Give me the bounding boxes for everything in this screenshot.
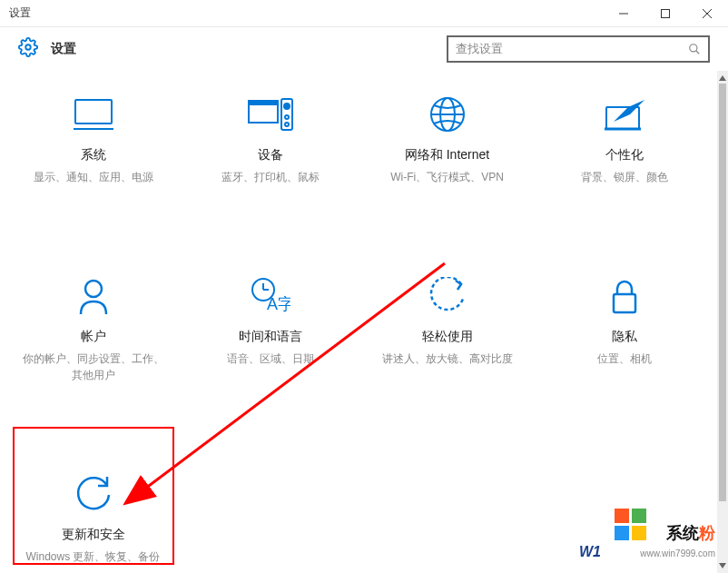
- ease-icon: [372, 274, 522, 318]
- svg-rect-1: [662, 9, 670, 17]
- tile-title: 更新和安全: [18, 527, 168, 543]
- watermark-partial: W1: [579, 544, 601, 560]
- tile-desc: 讲述人、放大镜、高对比度: [372, 351, 522, 367]
- tile-network[interactable]: 网络和 Internet Wi-Fi、飞行模式、VPN: [363, 89, 531, 189]
- system-icon: [18, 93, 168, 136]
- tile-devices[interactable]: 设备 蓝牙、打印机、鼠标: [186, 89, 354, 189]
- tile-desc: 显示、通知、应用、电源: [18, 169, 168, 185]
- svg-point-22: [85, 281, 102, 297]
- svg-line-6: [696, 51, 700, 54]
- tile-desc: 蓝牙、打印机、鼠标: [195, 169, 345, 185]
- tile-desc: 语音、区域、日期: [195, 351, 345, 367]
- header: 设置 查找设置: [0, 27, 728, 71]
- tile-privacy[interactable]: 隐私 位置、相机: [540, 271, 708, 387]
- tile-desc: 位置、相机: [549, 351, 699, 367]
- network-icon: [372, 93, 522, 136]
- svg-point-15: [285, 115, 289, 119]
- tile-system[interactable]: 系统 显示、通知、应用、电源: [9, 89, 177, 189]
- tile-desc: Wi-Fi、飞行模式、VPN: [372, 169, 522, 185]
- svg-rect-12: [249, 101, 278, 104]
- scrollbar[interactable]: [717, 71, 728, 573]
- search-input[interactable]: 查找设置: [447, 35, 710, 63]
- gear-icon: [18, 37, 38, 61]
- tile-desc: 背景、锁屏、颜色: [549, 169, 699, 185]
- scroll-thumb[interactable]: [719, 84, 726, 501]
- svg-rect-20: [606, 107, 639, 129]
- svg-point-14: [284, 104, 290, 109]
- tile-title: 系统: [18, 147, 168, 163]
- content-area: 系统 显示、通知、应用、电源 设备 蓝牙、打印机、鼠标: [0, 71, 717, 573]
- svg-point-5: [690, 44, 697, 52]
- tile-desc: 你的帐户、同步设置、工作、其他用户: [18, 351, 168, 383]
- tile-title: 网络和 Internet: [372, 147, 522, 163]
- svg-point-4: [25, 44, 31, 50]
- tile-title: 隐私: [549, 329, 699, 345]
- account-icon: [18, 274, 168, 318]
- svg-rect-27: [614, 294, 635, 312]
- window-controls: [603, 0, 728, 26]
- watermark-url: www.win7999.com: [640, 548, 715, 558]
- devices-icon: [195, 93, 345, 136]
- titlebar: 设置: [0, 0, 728, 27]
- page-title: 设置: [51, 41, 76, 57]
- tile-personalization[interactable]: 个性化 背景、锁屏、颜色: [540, 89, 708, 189]
- tile-time-language[interactable]: A字 时间和语言 语音、区域、日期: [186, 271, 354, 387]
- svg-marker-8: [719, 563, 726, 568]
- minimize-button[interactable]: [603, 0, 644, 26]
- settings-window: 设置 设置 查找设置: [0, 0, 728, 573]
- watermark-logo: [615, 509, 646, 540]
- search-placeholder: 查找设置: [456, 41, 688, 57]
- watermark-brand: 系统粉: [666, 522, 715, 544]
- maximize-button[interactable]: [644, 0, 686, 26]
- close-button[interactable]: [686, 0, 728, 26]
- svg-point-16: [285, 123, 289, 126]
- update-icon: [18, 472, 168, 516]
- tile-ease-of-access[interactable]: 轻松使用 讲述人、放大镜、高对比度: [363, 271, 531, 387]
- tile-accounts[interactable]: 帐户 你的帐户、同步设置、工作、其他用户: [9, 271, 177, 387]
- svg-text:A字: A字: [267, 295, 290, 313]
- time-language-icon: A字: [195, 274, 345, 318]
- svg-marker-7: [719, 75, 726, 81]
- svg-rect-11: [249, 104, 278, 123]
- settings-grid: 系统 显示、通知、应用、电源 设备 蓝牙、打印机、鼠标: [9, 89, 708, 568]
- window-title: 设置: [9, 5, 31, 21]
- tile-title: 时间和语言: [195, 329, 345, 345]
- personalization-icon: [549, 93, 699, 136]
- tile-title: 个性化: [549, 147, 699, 163]
- tile-update-security[interactable]: 更新和安全 Windows 更新、恢复、备份: [9, 469, 177, 568]
- tile-title: 帐户: [18, 329, 168, 345]
- privacy-icon: [549, 274, 699, 318]
- svg-rect-9: [75, 100, 112, 123]
- tile-title: 设备: [195, 147, 345, 163]
- search-icon: [688, 43, 701, 55]
- tile-desc: Windows 更新、恢复、备份: [18, 548, 168, 565]
- tile-title: 轻松使用: [372, 329, 522, 345]
